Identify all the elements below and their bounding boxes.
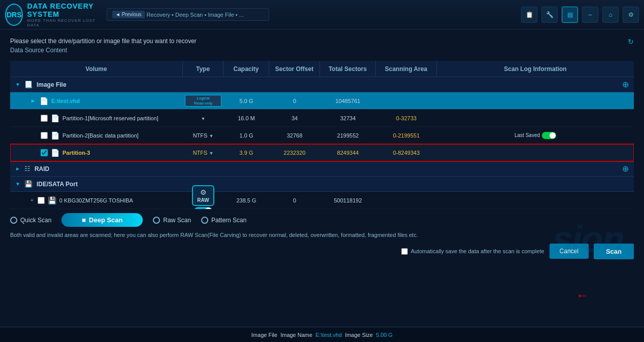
status-image-size-value: 5.00 G bbox=[376, 332, 393, 338]
header-right: 📋 🔧 ▤ – ⌂ ⚙ bbox=[521, 7, 639, 23]
group-image-file-label: Image File bbox=[37, 81, 67, 88]
auto-save-checkbox[interactable] bbox=[401, 248, 408, 255]
minimize-button[interactable]: – bbox=[582, 7, 598, 23]
group-image-file[interactable]: ▼ 📃 Image File ⊕ bbox=[10, 77, 634, 92]
main-content: Please select the drive/partition or ima… bbox=[0, 29, 644, 209]
partition-3-type-dropdown[interactable]: ▼ bbox=[209, 151, 213, 156]
app-header: DRS DATA RECOVERY SYSTEM MORE THAN RECOV… bbox=[0, 0, 644, 29]
cell-partition-2-scan-area: 0-2199551 bbox=[376, 131, 437, 140]
group-ide-sata[interactable]: ▼ 💾 IDE/SATA Port bbox=[10, 177, 634, 192]
collapse-ide-icon: ▼ bbox=[15, 181, 20, 187]
gear-settings-icon: ⚙ bbox=[200, 188, 207, 196]
partition-2-type-label: NTFS bbox=[193, 132, 208, 139]
home-button[interactable]: ⌂ bbox=[602, 7, 619, 23]
auto-save-label[interactable]: Automatically save the data after the sc… bbox=[401, 248, 544, 255]
expand-icon-disk0: + bbox=[30, 197, 34, 203]
row-e-test-vhd[interactable]: ► 📄 E:\test.vhd LogicalRead-only 5.0 G 0… bbox=[10, 92, 634, 110]
cell-partition-1-volume: 📄 Partition-1[Microsoft reserved partiti… bbox=[10, 113, 183, 123]
partition-1-type-dropdown[interactable]: ▼ bbox=[201, 116, 206, 121]
cell-partition-2-name: Partition-2[Basic data partition] bbox=[62, 132, 139, 139]
cell-e-test-vhd-volume: ► 📄 E:\test.vhd bbox=[10, 96, 183, 106]
logo-letters: DRS bbox=[7, 11, 22, 19]
copy-icon: 📋 bbox=[526, 11, 533, 18]
row-disk-0[interactable]: + 💾 0 KBG30ZMT256G TOSHIBA ⚙ RAW 238.5 G… bbox=[10, 192, 634, 209]
raw-scan-label: Raw Scan bbox=[163, 217, 191, 224]
cell-partition-2-volume: 📄 Partition-2[Basic data partition] bbox=[10, 130, 183, 141]
datasource-label: Data Source Content bbox=[10, 47, 197, 54]
table-header: Volume Type Capacity Sector Offset Total… bbox=[10, 61, 634, 77]
cell-partition-3-sectors: 8249344 bbox=[320, 149, 376, 157]
cell-disk-0-volume: + 💾 0 KBG30ZMT256G TOSHIBA bbox=[10, 195, 183, 206]
app-title: DATA RECOVERY SYSTEM bbox=[27, 2, 107, 18]
copy-icon-button[interactable]: 📋 bbox=[521, 7, 537, 23]
cell-partition-3-volume: 📄 Partition-3 bbox=[10, 148, 183, 158]
scan-options: Quick Scan ■ Deep Scan Raw Scan Pattern … bbox=[10, 213, 634, 227]
settings-button[interactable]: ⚙ bbox=[623, 7, 639, 23]
cell-partition-3-scan-log bbox=[437, 152, 634, 154]
partition-2-type-dropdown[interactable]: ▼ bbox=[209, 133, 213, 139]
partition-2-icon: 📄 bbox=[51, 131, 59, 140]
last-saved-toggle[interactable] bbox=[542, 132, 556, 139]
raid-icon: ☷ bbox=[24, 165, 30, 173]
cell-partition-3-scan-area: 0-8249343 bbox=[376, 149, 437, 157]
previous-button[interactable]: ◄ Previous bbox=[112, 11, 145, 18]
monitor-icon-button[interactable]: ▤ bbox=[562, 7, 578, 23]
row-partition-2[interactable]: 📄 Partition-2[Basic data partition] NTFS… bbox=[10, 127, 634, 144]
add-raid-icon[interactable]: ⊕ bbox=[622, 164, 629, 174]
last-saved-text: Last Saved bbox=[514, 132, 540, 138]
col-scanning-area: Scanning Area bbox=[376, 61, 437, 77]
disk-0-checkbox[interactable] bbox=[38, 197, 45, 204]
quick-scan-option[interactable]: Quick Scan bbox=[10, 217, 51, 224]
deep-scan-button[interactable]: ■ Deep Scan bbox=[61, 213, 143, 227]
status-image-size-label: Image Size bbox=[345, 332, 373, 338]
cell-disk-0-name: 0 KBG30ZMT256G TOSHIBA bbox=[59, 197, 133, 203]
cell-disk-0-scan-log bbox=[437, 199, 634, 201]
partition-1-checkbox[interactable] bbox=[41, 115, 48, 122]
cell-disk-0-type: ⚙ RAW bbox=[183, 184, 223, 209]
tools-icon-button[interactable]: 🔧 bbox=[541, 7, 558, 23]
raw-toggle-button[interactable]: ⚙ RAW bbox=[192, 185, 214, 206]
status-image-name-value: E:\test.vhd bbox=[315, 332, 342, 338]
cancel-button[interactable]: Cancel bbox=[550, 244, 589, 259]
raw-scan-option[interactable]: Raw Scan bbox=[153, 217, 191, 224]
col-volume: Volume bbox=[10, 61, 183, 77]
logo-icon: DRS bbox=[5, 4, 23, 26]
quick-scan-label: Quick Scan bbox=[20, 217, 51, 224]
raw-slider[interactable] bbox=[194, 207, 212, 209]
raw-scan-radio[interactable] bbox=[153, 217, 160, 224]
cell-partition-2-scan-log: Last Saved bbox=[437, 131, 634, 140]
monitor-icon: ▤ bbox=[567, 11, 573, 18]
col-type: Type bbox=[183, 61, 223, 77]
scan-description: Both valid and invalid areas are scanned… bbox=[10, 231, 634, 240]
cell-e-test-vhd-offset: 0 bbox=[269, 97, 320, 105]
cell-partition-3-name: Partition-3 bbox=[62, 150, 90, 156]
col-scan-log: Scan Log Information bbox=[437, 61, 634, 77]
cell-partition-1-scan-log bbox=[437, 117, 634, 119]
cell-partition-3-type: NTFS ▼ bbox=[183, 149, 223, 157]
instruction-line1: Please select the drive/partition or ima… bbox=[10, 38, 197, 45]
raw-toggle-container: ⚙ RAW bbox=[185, 185, 221, 209]
breadcrumb-steps: Recovery • Deep Scan • Image File • ... bbox=[147, 12, 244, 18]
scan-button[interactable]: Scan bbox=[594, 244, 634, 259]
cell-e-test-vhd-name: E:\test.vhd bbox=[51, 98, 80, 104]
add-image-file-icon[interactable]: ⊕ bbox=[622, 80, 629, 89]
status-image-file-label: Image File bbox=[251, 332, 277, 338]
last-saved-badge: Last Saved bbox=[439, 132, 632, 139]
refresh-icon[interactable]: ↻ bbox=[628, 38, 634, 46]
pattern-scan-option[interactable]: Pattern Scan bbox=[201, 217, 246, 224]
group-ide-sata-label: IDE/SATA Port bbox=[37, 181, 78, 188]
pattern-scan-radio[interactable] bbox=[201, 217, 208, 224]
cell-partition-1-sectors: 32734 bbox=[320, 114, 376, 122]
partition-3-checkbox[interactable] bbox=[41, 149, 48, 156]
row-partition-3[interactable]: 📄 Partition-3 NTFS ▼ 3.9 G 2232320 82493… bbox=[10, 144, 634, 161]
cell-partition-1-type: ▼ bbox=[183, 114, 223, 122]
partition-2-checkbox[interactable] bbox=[41, 132, 48, 139]
group-raid[interactable]: ► ☷ RAID ⊕ bbox=[10, 161, 634, 177]
pattern-scan-label: Pattern Scan bbox=[211, 217, 246, 224]
vhd-file-icon: 📄 bbox=[40, 97, 48, 105]
raw-label: RAW bbox=[197, 197, 209, 203]
quick-scan-radio[interactable] bbox=[10, 217, 17, 224]
row-partition-1[interactable]: 📄 Partition-1[Microsoft reserved partiti… bbox=[10, 110, 634, 127]
cell-partition-1-name: Partition-1[Microsoft reserved partition… bbox=[62, 115, 158, 121]
collapse-image-icon: ▼ bbox=[15, 82, 20, 87]
